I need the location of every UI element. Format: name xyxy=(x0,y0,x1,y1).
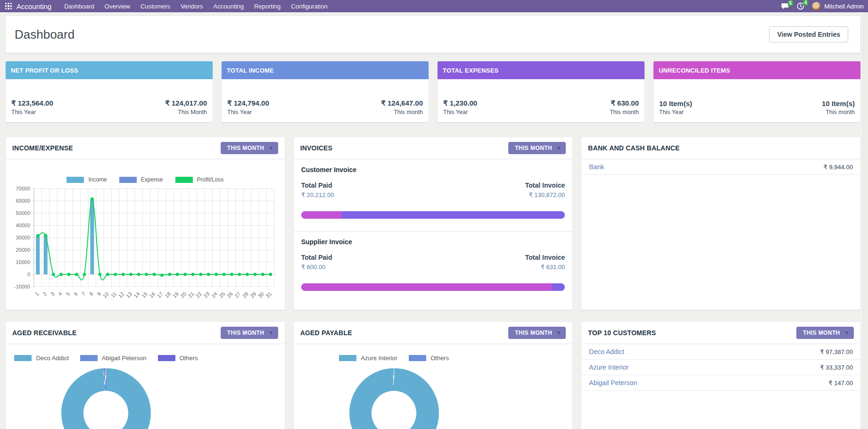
total-invoice-label: Total Invoice xyxy=(525,254,565,261)
svg-text:18: 18 xyxy=(164,291,172,299)
legend-swatch xyxy=(80,355,98,361)
aged-payable-donut-chart[interactable] xyxy=(349,368,439,429)
kpi-card-unreconciled-items[interactable]: UNRECONCILED ITEMS 10 Item(s) This Year … xyxy=(653,61,860,122)
income-expense-period-dropdown[interactable]: THIS MONTH ▼ xyxy=(221,142,278,154)
kpi-card-total-income[interactable]: TOTAL INCOME ₹ 124,794.00 This Year ₹ 12… xyxy=(222,61,429,122)
chevron-down-icon: ▼ xyxy=(269,146,273,150)
invoices-panel: INVOICES THIS MONTH ▼ Customer Invoice T… xyxy=(294,137,573,310)
svg-text:10: 10 xyxy=(102,291,110,299)
nav-item-customers[interactable]: Customers xyxy=(135,0,175,12)
svg-text:29: 29 xyxy=(249,291,257,299)
top-customers-period-dropdown[interactable]: THIS MONTH ▼ xyxy=(796,327,854,339)
profit-loss-legend-swatch xyxy=(175,177,193,183)
kpi-card-net-profit[interactable]: NET PROFIT OR LOSS ₹ 123,564.00 This Yea… xyxy=(6,61,213,122)
svg-text:31: 31 xyxy=(265,291,273,299)
income-expense-legend: Income Expense Profit/Loss xyxy=(8,176,282,183)
customer-link[interactable]: Abigail Peterson xyxy=(589,379,637,387)
invoices-period-dropdown[interactable]: THIS MONTH ▼ xyxy=(508,142,566,154)
legend-label: Azure Interior xyxy=(361,355,397,362)
aged-payable-panel: AGED PAYABLE THIS MONTH ▼ Azure Interior… xyxy=(294,322,573,429)
legend-swatch xyxy=(158,355,175,361)
aged-receivable-period-dropdown[interactable]: THIS MONTH ▼ xyxy=(221,327,278,339)
total-paid-value[interactable]: ₹ 600.00 xyxy=(301,264,332,271)
legend-swatch xyxy=(409,355,426,361)
kpi-month-value: 10 Item(s) xyxy=(822,99,855,107)
messages-button[interactable]: 5 xyxy=(781,3,789,10)
svg-text:22: 22 xyxy=(195,291,203,299)
kpi-year-label: This Year xyxy=(659,109,692,116)
svg-text:50000: 50000 xyxy=(16,210,30,216)
svg-text:8: 8 xyxy=(88,291,94,297)
nav-item-overview[interactable]: Overview xyxy=(99,0,135,12)
bank-row[interactable]: Bank ₹ 9,944.00 xyxy=(581,159,860,175)
legend-label: Others xyxy=(180,355,198,362)
total-paid-label: Total Paid xyxy=(301,254,332,261)
nav-item-reporting[interactable]: Reporting xyxy=(249,0,286,12)
kpi-month-value: ₹ 630.00 xyxy=(610,99,639,107)
aged-receivable-donut-chart[interactable] xyxy=(61,368,151,429)
panel-title: BANK AND CASH BALANCE xyxy=(588,144,679,152)
kpi-year-label: This Year xyxy=(11,109,53,116)
customer-invoice-section: Customer Invoice Total Paid ₹ 20,212.00 … xyxy=(301,166,565,219)
vertical-scrollbar[interactable] xyxy=(863,12,868,429)
customer-invoice-progress-bar xyxy=(301,211,565,219)
svg-text:9: 9 xyxy=(96,291,102,297)
panel-title: INVOICES xyxy=(300,144,333,152)
panel-title: AGED PAYABLE xyxy=(300,329,352,337)
bank-link[interactable]: Bank xyxy=(589,163,604,171)
svg-text:12: 12 xyxy=(117,291,125,299)
svg-text:20: 20 xyxy=(179,291,187,299)
chevron-down-icon: ▼ xyxy=(845,330,849,335)
user-menu[interactable]: Mitchell Admin xyxy=(812,2,864,11)
aged-payable-period-dropdown[interactable]: THIS MONTH ▼ xyxy=(508,327,566,339)
panel-title: INCOME/EXPENSE xyxy=(12,144,73,152)
svg-text:19: 19 xyxy=(172,291,180,299)
top-nav: Accounting Dashboard Overview Customers … xyxy=(0,0,868,12)
activities-button[interactable]: 4 xyxy=(797,2,804,10)
svg-text:5: 5 xyxy=(65,291,71,297)
customer-link[interactable]: Deco Addict xyxy=(589,348,624,355)
income-legend-label: Income xyxy=(88,176,107,183)
svg-text:16: 16 xyxy=(148,291,156,299)
customer-invoice-paid-fill xyxy=(301,211,342,219)
nav-item-vendors[interactable]: Vendors xyxy=(175,0,208,12)
svg-text:21: 21 xyxy=(187,291,195,299)
apps-menu-icon[interactable] xyxy=(5,3,12,9)
kpi-year-label: This Year xyxy=(443,109,477,116)
total-invoice-value[interactable]: ₹ 130,872.00 xyxy=(525,191,565,198)
svg-text:0: 0 xyxy=(27,272,30,277)
income-expense-chart[interactable]: -100000100002000030000400005000060000700… xyxy=(8,184,279,309)
chevron-down-icon: ▼ xyxy=(269,330,273,335)
total-paid-value[interactable]: ₹ 20,212.00 xyxy=(301,191,334,198)
kpi-card-header: TOTAL EXPENSES xyxy=(438,61,645,79)
nav-item-accounting[interactable]: Accounting xyxy=(208,0,249,12)
kpi-month-label: This Month xyxy=(165,109,207,116)
customer-row[interactable]: Deco Addict ₹ 97,387.00 xyxy=(581,344,860,360)
kpi-card-total-expenses[interactable]: TOTAL EXPENSES ₹ 1,230.00 This Year ₹ 63… xyxy=(438,61,645,122)
nav-item-dashboard[interactable]: Dashboard xyxy=(59,0,99,12)
panel-title: TOP 10 CUSTOMERS xyxy=(588,329,656,337)
chevron-down-icon: ▼ xyxy=(557,330,561,335)
profit-loss-legend-label: Profit/Loss xyxy=(197,176,224,183)
bank-balance: ₹ 9,944.00 xyxy=(824,164,853,171)
svg-text:30000: 30000 xyxy=(16,235,30,240)
svg-text:1: 1 xyxy=(34,291,40,297)
svg-text:25: 25 xyxy=(218,291,226,299)
kpi-year-value: 10 Item(s) xyxy=(659,99,692,107)
customer-row[interactable]: Abigail Peterson ₹ 147.00 xyxy=(581,375,860,391)
control-panel: Dashboard View Posted Entries xyxy=(6,16,860,53)
customer-link[interactable]: Azure Interior xyxy=(589,363,628,371)
svg-text:4: 4 xyxy=(57,291,63,297)
svg-text:40000: 40000 xyxy=(16,223,30,228)
bank-cash-panel: BANK AND CASH BALANCE Bank ₹ 9,944.00 xyxy=(581,137,860,310)
svg-text:26: 26 xyxy=(226,291,234,299)
customer-row[interactable]: Azure Interior ₹ 33,337.00 xyxy=(581,360,860,375)
kpi-month-label: This month xyxy=(822,109,855,116)
total-invoice-value[interactable]: ₹ 631.00 xyxy=(525,264,565,271)
app-title[interactable]: Accounting xyxy=(17,2,51,10)
svg-text:17: 17 xyxy=(156,291,164,299)
view-posted-entries-button[interactable]: View Posted Entries xyxy=(769,26,848,42)
legend-label: Abigail Peterson xyxy=(102,355,147,362)
messages-badge: 5 xyxy=(788,0,794,6)
nav-item-configuration[interactable]: Configuration xyxy=(286,0,332,12)
